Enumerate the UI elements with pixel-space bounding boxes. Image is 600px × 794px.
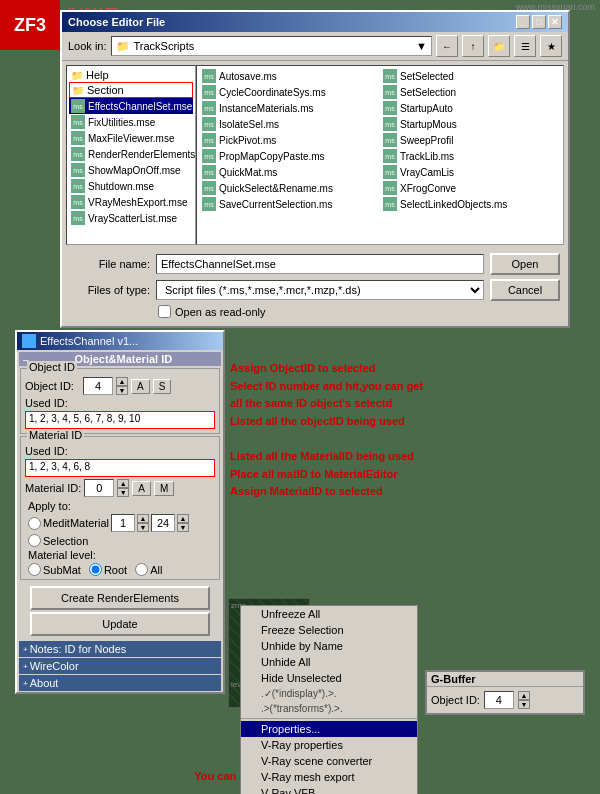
file-item-instance[interactable]: msInstanceMaterials.ms: [199, 100, 380, 116]
object-id-s-btn[interactable]: S: [153, 379, 172, 394]
menu-unhide-name[interactable]: Unhide by Name: [241, 638, 417, 654]
menu-vray-scene[interactable]: V-Ray scene converter: [241, 753, 417, 769]
file-item-pickpivot[interactable]: msPickPivot.ms: [199, 132, 380, 148]
wirecolor-expand-icon: +: [23, 662, 28, 671]
menu-unfreeze[interactable]: Unfreeze All: [241, 606, 417, 622]
update-btn[interactable]: Update: [30, 612, 210, 636]
file-item-autosave[interactable]: msAutosave.ms: [199, 68, 380, 84]
view-btn[interactable]: ☰: [514, 35, 536, 57]
close-btn[interactable]: ✕: [548, 15, 562, 29]
menu-unhide-all[interactable]: Unhide All: [241, 654, 417, 670]
tree-item-maxfile[interactable]: ms MaxFileViewer.mse: [69, 130, 193, 146]
selection-row: Selection: [25, 533, 215, 548]
up-btn[interactable]: ↑: [462, 35, 484, 57]
minimize-btn[interactable]: _: [516, 15, 530, 29]
used-id-display: 1, 2, 3, 4, 5, 6, 7, 8, 9, 10: [25, 411, 215, 429]
menu-freeze-sel[interactable]: Freeze Selection: [241, 622, 417, 638]
menu-vray-mesh[interactable]: V-Ray mesh export: [241, 769, 417, 785]
file-item-startupm[interactable]: msStartupMous: [380, 116, 561, 132]
menu-transforms[interactable]: .>(*transforms*).>.: [241, 701, 417, 716]
file-item-selectlinked[interactable]: msSelectLinkedObjects.ms: [380, 196, 561, 212]
wirecolor-row[interactable]: + WireColor: [19, 658, 221, 674]
maximize-btn[interactable]: □: [532, 15, 546, 29]
favs-btn[interactable]: ★: [540, 35, 562, 57]
file-list: msAutosave.ms msSetSelected msCycleCoord…: [196, 65, 564, 245]
filename-input[interactable]: [156, 254, 484, 274]
readonly-checkbox[interactable]: [158, 305, 171, 318]
file-item-xfrog[interactable]: msXFrogConve: [380, 180, 561, 196]
menu-vray-props[interactable]: V-Ray properties: [241, 737, 417, 753]
file-item-quicksel[interactable]: msQuickSelect&Rename.ms: [199, 180, 380, 196]
readonly-row: Open as read-only: [70, 305, 560, 322]
annotation-6: Place all matID to MaterialEditor: [230, 466, 423, 484]
tree-item-selected[interactable]: ms EffectsChannelSet.mse: [69, 98, 193, 114]
cancel-button[interactable]: Cancel: [490, 279, 560, 301]
mat-spin-down[interactable]: ▼: [117, 488, 129, 497]
apply-label: Apply to:: [28, 500, 71, 512]
mat-id-input[interactable]: [84, 479, 114, 497]
mat-spin-up[interactable]: ▲: [117, 479, 129, 488]
radio-root[interactable]: [89, 563, 102, 576]
notes-label: Notes: ID for Nodes: [30, 643, 127, 655]
newfolder-btn[interactable]: 📁: [488, 35, 510, 57]
menu-indisplay[interactable]: .✓(*indisplay*).>.: [241, 686, 417, 701]
medit-val1[interactable]: [111, 514, 135, 532]
tree-item-vscatter[interactable]: ms VrayScatterList.mse: [69, 210, 193, 226]
filetype-label: Files of type:: [70, 284, 150, 296]
tree-item-render[interactable]: ms RenderRenderElements.mse: [69, 146, 193, 162]
file-item-setsel[interactable]: msSetSelected: [380, 68, 561, 84]
tree-item-showmap[interactable]: ms ShowMapOnOff.mse: [69, 162, 193, 178]
file-item-vraycam[interactable]: msVrayCamLis: [380, 164, 561, 180]
filetype-select[interactable]: Script files (*.ms,*.mse,*.mcr,*.mzp,*.d…: [156, 280, 484, 300]
radio-selection-label: Selection: [28, 534, 88, 547]
medit-val2[interactable]: [151, 514, 175, 532]
file-item-savecurrent[interactable]: msSaveCurrentSelection.ms: [199, 196, 380, 212]
logo-zf: ZF3: [0, 0, 60, 50]
matlevel-row: Material level:: [25, 548, 215, 562]
open-button[interactable]: Open: [490, 253, 560, 275]
mat-id-label: Material ID:: [25, 482, 81, 494]
file-item-isolate[interactable]: msIsolateSel.ms: [199, 116, 380, 132]
file-item-quickmat[interactable]: msQuickMat.ms: [199, 164, 380, 180]
tree-item-section[interactable]: 📁 Section: [69, 82, 193, 98]
radio-all[interactable]: [135, 563, 148, 576]
file-item-startup[interactable]: msStartupAuto: [380, 100, 561, 116]
file-item-setselection[interactable]: msSetSelection: [380, 84, 561, 100]
tree-item-fixutils[interactable]: ms FixUtilities.mse: [69, 114, 193, 130]
effects-title: EffectsChannel v1...: [40, 335, 138, 347]
radio-selection[interactable]: [28, 534, 41, 547]
tree-item-shutdown[interactable]: ms Shutdown.mse: [69, 178, 193, 194]
menu-vray-vfb[interactable]: V-Ray VFB: [241, 785, 417, 794]
matlevel-radio-row: SubMat Root All: [25, 562, 215, 577]
object-id-spinner[interactable]: ▲ ▼: [116, 377, 128, 395]
radio-medit-label: MeditMaterial: [28, 517, 109, 530]
matlevel-label: Material level:: [28, 549, 96, 561]
object-id-a-btn[interactable]: A: [131, 379, 150, 394]
file-item-cycle[interactable]: msCycleCoordinateSys.ms: [199, 84, 380, 100]
create-render-btn[interactable]: Create RenderElements: [30, 586, 210, 610]
object-id-input[interactable]: [83, 377, 113, 395]
wirecolor-label: WireColor: [30, 660, 79, 672]
titlebar-buttons: _ □ ✕: [516, 15, 562, 29]
mat-a-btn[interactable]: A: [132, 481, 151, 496]
about-row[interactable]: + About: [19, 675, 221, 691]
gbuffer-objid-input[interactable]: [484, 691, 514, 709]
spin-up[interactable]: ▲: [116, 377, 128, 386]
material-id-group-title: Material ID: [27, 429, 84, 441]
mat-m-btn[interactable]: M: [154, 481, 174, 496]
file-item-tracklib[interactable]: msTrackLib.ms: [380, 148, 561, 164]
back-btn[interactable]: ←: [436, 35, 458, 57]
file-item-propmap[interactable]: msPropMapCopyPaste.ms: [199, 148, 380, 164]
mat-used-display-row: 1, 2, 3, 4, 6, 8: [25, 459, 215, 477]
menu-hide-unsel[interactable]: Hide Unselected: [241, 670, 417, 686]
menu-properties[interactable]: Properties...: [241, 721, 417, 737]
notes-row[interactable]: + Notes: ID for Nodes: [19, 641, 221, 657]
spin-down[interactable]: ▼: [116, 386, 128, 395]
tree-item-vray[interactable]: ms VRayMeshExport.mse: [69, 194, 193, 210]
tree-item-help[interactable]: 📁 Help: [69, 68, 193, 82]
radio-medit[interactable]: [28, 517, 41, 530]
lookin-combo[interactable]: 📁 TrackScripts ▼: [111, 36, 432, 56]
file-item-sweep[interactable]: msSweepProfil: [380, 132, 561, 148]
radio-submat[interactable]: [28, 563, 41, 576]
mat-id-spinner[interactable]: ▲ ▼: [117, 479, 129, 497]
